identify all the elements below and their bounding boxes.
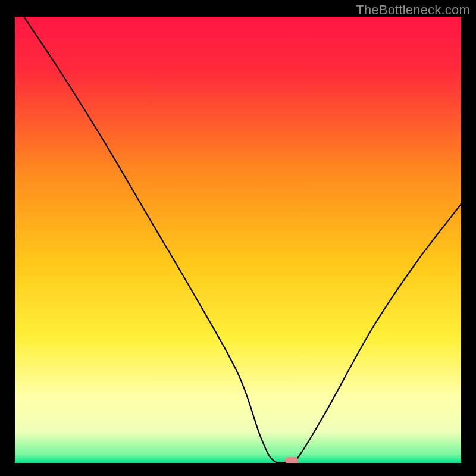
chart-plot-area [15,17,461,463]
chart-frame: TheBottleneck.com [0,0,476,476]
chart-svg [15,17,461,463]
watermark-label: TheBottleneck.com [356,2,470,18]
optimal-point-marker [285,457,298,463]
gradient-background [15,17,461,463]
